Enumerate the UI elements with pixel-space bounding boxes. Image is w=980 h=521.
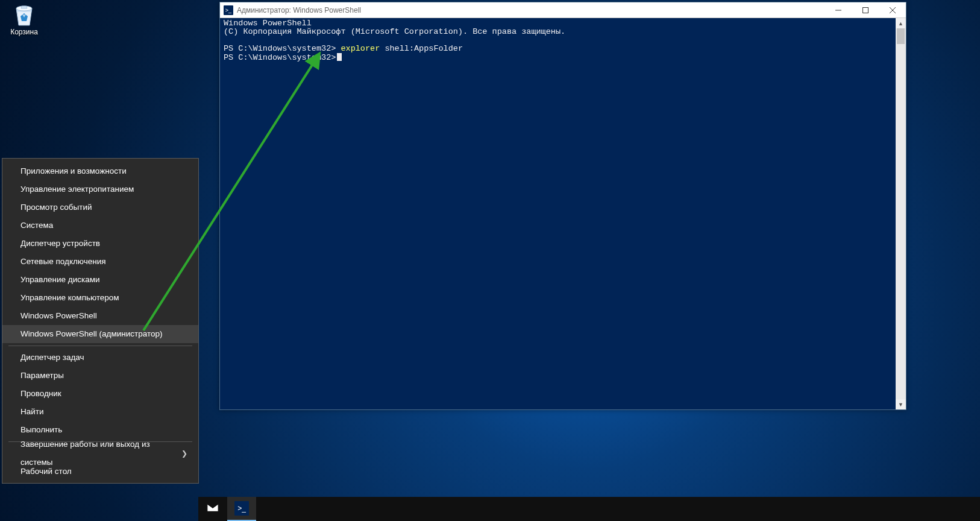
desktop-recycle-bin[interactable]: Корзина — [3, 1, 45, 36]
winx-item-disk-management[interactable]: Управление дисками — [2, 271, 198, 289]
scroll-down-button[interactable]: ▼ — [896, 399, 906, 409]
winx-item-task-manager[interactable]: Диспетчер задач — [2, 349, 198, 367]
taskbar-mail-button[interactable] — [198, 497, 227, 521]
close-button[interactable] — [879, 2, 906, 18]
winx-item-settings[interactable]: Параметры — [2, 367, 198, 385]
chevron-right-icon: ❯ — [181, 444, 187, 463]
winx-item-computer-management[interactable]: Управление компьютером — [2, 289, 198, 307]
recycle-bin-icon — [10, 1, 38, 27]
powershell-icon: >_ — [234, 501, 249, 516]
winx-separator-1 — [8, 346, 192, 346]
winx-item-powershell[interactable]: Windows PowerShell — [2, 307, 198, 325]
winx-item-shutdown-signout[interactable]: Завершение работы или выход из системы ❯ — [2, 444, 198, 463]
maximize-button[interactable] — [852, 2, 879, 18]
powershell-window: >_ Администратор: Windows PowerShell Win… — [219, 2, 906, 410]
winx-item-event-viewer[interactable]: Просмотр событий — [2, 198, 198, 216]
taskbar-powershell-button[interactable]: >_ — [227, 497, 256, 521]
winx-item-powershell-admin[interactable]: Windows PowerShell (администратор) — [2, 325, 198, 343]
winx-item-device-manager[interactable]: Диспетчер устройств — [2, 235, 198, 253]
scroll-up-button[interactable]: ▲ — [896, 18, 906, 28]
taskbar: >_ — [198, 497, 980, 521]
terminal-cursor — [337, 53, 342, 61]
svg-rect-1 — [862, 7, 868, 13]
powershell-icon: >_ — [224, 5, 233, 15]
winx-item-network-connections[interactable]: Сетевые подключения — [2, 253, 198, 271]
powershell-terminal[interactable]: Windows PowerShell (C) Корпорация Майкро… — [224, 19, 896, 62]
mail-icon — [206, 501, 219, 517]
minimize-button[interactable] — [825, 2, 852, 18]
winx-item-search[interactable]: Найти — [2, 403, 198, 421]
powershell-title-text: Администратор: Windows PowerShell — [237, 6, 825, 14]
scrollbar-vertical[interactable]: ▲ ▼ — [896, 18, 906, 409]
winx-item-power-options[interactable]: Управление электропитанием — [2, 180, 198, 198]
winx-item-system[interactable]: Система — [2, 216, 198, 235]
winx-item-file-explorer[interactable]: Проводник — [2, 385, 198, 403]
winx-item-apps-features[interactable]: Приложения и возможности — [2, 162, 198, 180]
scroll-thumb[interactable] — [897, 28, 905, 44]
winx-menu: Приложения и возможности Управление элек… — [2, 158, 199, 484]
recycle-bin-label: Корзина — [3, 28, 45, 36]
powershell-body[interactable]: Windows PowerShell (C) Корпорация Майкро… — [220, 18, 906, 409]
powershell-titlebar[interactable]: >_ Администратор: Windows PowerShell — [220, 2, 906, 18]
